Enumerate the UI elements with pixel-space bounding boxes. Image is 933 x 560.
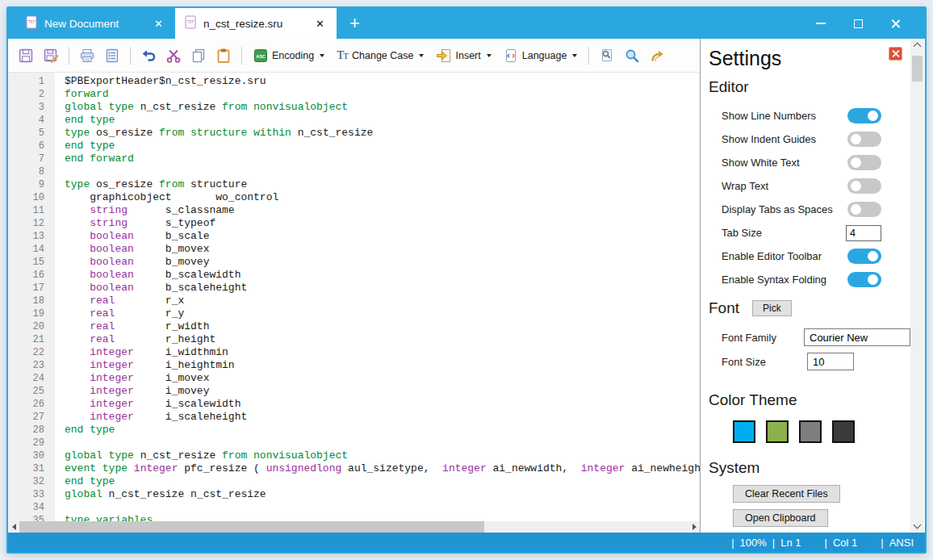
font-heading-label: Font — [709, 299, 739, 317]
change-case-dropdown[interactable]: TT Change Case — [333, 47, 427, 64]
code-line[interactable]: integer i_movey — [65, 385, 700, 398]
language-dropdown[interactable]: Language — [500, 47, 581, 65]
code-line[interactable]: end type — [65, 114, 700, 127]
line-number: 29 — [8, 437, 44, 449]
code-line[interactable] — [65, 165, 700, 178]
code-line[interactable]: integer i_heightmin — [65, 359, 700, 372]
cut-button[interactable] — [164, 46, 183, 65]
settings-close-button[interactable] — [889, 47, 902, 61]
tab-new-document[interactable]: TXT New Document ✕ — [16, 8, 175, 39]
code-line[interactable]: boolean b_movey — [65, 256, 700, 269]
settings-scrollbar-thumb[interactable] — [912, 56, 923, 81]
find-button[interactable] — [622, 46, 642, 65]
undo-button[interactable] — [139, 46, 158, 65]
scroll-left-button[interactable] — [8, 521, 19, 533]
print-preview-button[interactable] — [103, 46, 122, 65]
code-line[interactable]: integer i_widthmin — [65, 346, 700, 359]
save-as-button[interactable] — [41, 46, 61, 65]
color-swatch-dark-gray[interactable] — [832, 420, 855, 443]
code-line[interactable]: global type n_cst_resize from nonvisualo… — [65, 101, 700, 114]
code-line[interactable]: string s_classname — [65, 204, 700, 217]
code-line[interactable]: string s_typeof — [65, 217, 700, 230]
insert-dropdown[interactable]: Insert — [433, 47, 494, 65]
code-line[interactable]: integer i_movex — [65, 372, 700, 385]
code-line[interactable]: boolean b_scale — [65, 230, 700, 243]
horizontal-scrollbar-track[interactable] — [484, 521, 688, 533]
code-line[interactable]: integer i_scaleheight — [65, 411, 700, 424]
code-editor[interactable]: 1234567891011121314151617181920212223242… — [8, 73, 700, 521]
jump-button[interactable] — [647, 46, 667, 65]
code-line[interactable]: real r_width — [65, 320, 700, 333]
save-button[interactable] — [16, 46, 36, 65]
scroll-down-icon[interactable] — [914, 521, 922, 529]
line-indicator: Ln 1 — [780, 537, 801, 549]
close-tab-icon[interactable]: ✕ — [152, 17, 165, 31]
line-number: 30 — [8, 449, 44, 462]
code-line[interactable] — [65, 437, 700, 449]
code-line[interactable]: boolean b_scalewidth — [65, 269, 700, 282]
toggle-enable-editor-toolbar[interactable] — [847, 249, 881, 264]
code-line[interactable]: forward — [65, 88, 700, 101]
encoding-dropdown[interactable]: ASC Encoding — [250, 47, 328, 65]
font-size-input[interactable] — [807, 353, 854, 370]
maximize-button[interactable] — [839, 8, 877, 39]
code-line[interactable]: real r_height — [65, 333, 700, 346]
code-line[interactable]: end type — [65, 475, 700, 488]
code-line[interactable]: end forward — [65, 153, 700, 165]
close-icon — [892, 50, 899, 57]
font-family-input[interactable] — [804, 328, 910, 346]
code-line[interactable]: end type — [65, 140, 700, 153]
status-bar: | 100% | Ln 1 | Col 1 | ANSI — [8, 533, 925, 552]
code-line[interactable]: type os_resize from structure — [65, 178, 700, 191]
settings-scrollbar[interactable] — [910, 39, 924, 533]
system-buttons: Clear Recent FilesOpen Clipboard — [733, 485, 910, 527]
tab-n-cst-resize[interactable]: TXT n_cst_resize.sru ✕ — [175, 8, 337, 39]
code-area[interactable]: $PBExportHeader$n_cst_resize.sruforwardg… — [55, 73, 700, 521]
toggle-show-white-text[interactable] — [847, 155, 881, 170]
code-line[interactable]: $PBExportHeader$n_cst_resize.sru — [65, 75, 700, 88]
validate-button[interactable] — [597, 46, 617, 65]
code-line[interactable]: global n_cst_resize n_cst_resize — [65, 488, 700, 501]
horizontal-scrollbar-thumb[interactable] — [19, 521, 484, 533]
code-line[interactable]: type variables — [65, 514, 700, 521]
new-tab-button[interactable]: + — [337, 8, 373, 39]
code-line[interactable]: boolean b_scaleheight — [65, 282, 700, 295]
code-line[interactable]: integer i_scalewidth — [65, 398, 700, 411]
clear-recent-files-button[interactable]: Clear Recent Files — [733, 485, 840, 503]
color-swatch-gray[interactable] — [799, 420, 822, 443]
toggle-wrap-text[interactable] — [847, 178, 881, 194]
horizontal-scrollbar[interactable] — [8, 521, 700, 533]
close-window-button[interactable] — [877, 8, 914, 39]
minimize-button[interactable] — [802, 8, 839, 39]
encoding-icon: ASC — [253, 48, 268, 63]
tab-size-input[interactable] — [846, 225, 881, 241]
pick-font-button[interactable]: Pick — [752, 300, 792, 316]
toggle-knob — [851, 204, 861, 215]
scroll-right-button[interactable] — [688, 521, 700, 533]
paste-button[interactable] — [214, 46, 233, 65]
print-button[interactable] — [77, 46, 97, 65]
code-line[interactable]: graphicobject wo_control — [65, 191, 700, 204]
code-line[interactable]: real r_x — [65, 295, 700, 307]
settings-label-show-white-text: Show White Text — [722, 157, 847, 169]
line-number: 2 — [8, 88, 44, 101]
code-line[interactable]: event type integer pfc_resize ( unsigned… — [65, 462, 700, 475]
toggle-show-line-numbers[interactable] — [847, 108, 881, 123]
copy-button[interactable] — [189, 46, 208, 65]
code-line[interactable]: type os_resize from structure within n_c… — [65, 127, 700, 140]
code-line[interactable]: real r_y — [65, 307, 700, 320]
code-line[interactable] — [65, 501, 700, 514]
open-clipboard-button[interactable]: Open Clipboard — [733, 509, 828, 527]
color-swatch-green[interactable] — [766, 420, 789, 443]
toggle-knob — [851, 181, 861, 191]
code-line[interactable]: global type n_cst_resize from nonvisualo… — [65, 449, 700, 462]
toggle-enable-syntax-folding[interactable] — [847, 272, 881, 287]
code-line[interactable]: end type — [65, 424, 700, 437]
scroll-up-icon[interactable] — [914, 43, 922, 51]
close-tab-icon[interactable]: ✕ — [313, 17, 327, 31]
toggle-show-indent-guides[interactable] — [847, 132, 881, 147]
toggle-display-tabs-as-spaces[interactable] — [847, 202, 881, 217]
color-swatch-blue[interactable] — [733, 420, 755, 443]
settings-row-show-white-text: Show White Text — [709, 151, 910, 174]
code-line[interactable]: boolean b_movex — [65, 243, 700, 256]
